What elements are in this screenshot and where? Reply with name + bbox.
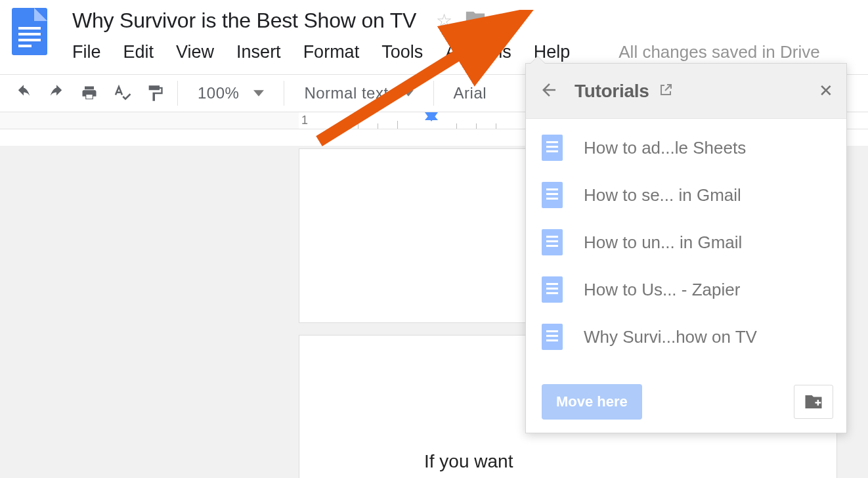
- body-text[interactable]: If you want: [424, 451, 513, 472]
- picker-item[interactable]: How to se... in Gmail: [526, 171, 846, 219]
- zoom-value: 100%: [198, 84, 239, 102]
- star-icon[interactable]: ☆: [436, 10, 452, 32]
- menu-format[interactable]: Format: [303, 42, 360, 62]
- font-select[interactable]: Arial: [442, 79, 499, 108]
- picker-item[interactable]: How to un... in Gmail: [526, 219, 846, 266]
- picker-item[interactable]: How to ad...le Sheets: [526, 124, 846, 171]
- picker-item-label: How to Us... - Zapier: [584, 280, 740, 300]
- zoom-select[interactable]: 100%: [186, 79, 276, 108]
- back-icon[interactable]: [539, 80, 559, 102]
- folder-picker-popup: Tutorials ✕ How to ad...le Sheets How to…: [525, 63, 847, 433]
- document-title[interactable]: Why Survivor is the Best Show on TV: [72, 9, 416, 33]
- toolbar-separator: [284, 81, 284, 106]
- svg-rect-2: [817, 400, 819, 406]
- new-folder-button[interactable]: [794, 385, 833, 419]
- toolbar-separator: [177, 81, 178, 106]
- menu-bar: File Edit View Insert Format Tools Add-o…: [72, 42, 820, 62]
- app-header: Why Survivor is the Best Show on TV ☆ Fi…: [0, 0, 868, 62]
- doc-icon: [542, 324, 563, 350]
- toolbar-separator: [433, 81, 434, 106]
- chevron-down-icon: [403, 84, 414, 102]
- font-value: Arial: [454, 84, 487, 102]
- style-value: Normal text: [304, 84, 388, 102]
- paint-format-button[interactable]: [141, 79, 169, 108]
- close-icon[interactable]: ✕: [819, 81, 833, 101]
- picker-item[interactable]: Why Survi...how on TV: [526, 313, 846, 360]
- spellcheck-button[interactable]: [108, 79, 137, 108]
- left-indent-marker[interactable]: [425, 112, 438, 120]
- picker-item-label: Why Survi...how on TV: [584, 327, 757, 347]
- picker-item-label: How to ad...le Sheets: [584, 138, 746, 158]
- menu-insert[interactable]: Insert: [236, 42, 281, 62]
- picker-item-label: How to se... in Gmail: [584, 185, 741, 206]
- picker-footer: Move here: [526, 376, 846, 433]
- picker-folder-title: Tutorials: [575, 81, 649, 102]
- picker-item[interactable]: How to Us... - Zapier: [526, 266, 846, 313]
- doc-icon: [542, 276, 563, 303]
- paragraph-style-select[interactable]: Normal text: [292, 79, 425, 108]
- menu-view[interactable]: View: [176, 42, 214, 62]
- menu-tools[interactable]: Tools: [381, 42, 423, 62]
- popup-caret: [530, 56, 546, 64]
- picker-list: How to ad...le Sheets How to se... in Gm…: [526, 119, 846, 376]
- doc-icon: [542, 135, 563, 161]
- print-button[interactable]: [75, 79, 104, 108]
- picker-header: Tutorials ✕: [526, 64, 846, 119]
- menu-edit[interactable]: Edit: [123, 42, 154, 62]
- chevron-down-icon: [253, 84, 264, 102]
- redo-button[interactable]: [42, 79, 71, 108]
- open-in-new-icon[interactable]: [658, 82, 674, 100]
- move-here-button[interactable]: Move here: [542, 384, 642, 420]
- docs-logo-icon[interactable]: [12, 8, 47, 55]
- picker-item-label: How to un... in Gmail: [584, 232, 742, 253]
- save-status: All changes saved in Drive: [618, 42, 819, 62]
- doc-icon: [542, 229, 563, 255]
- move-to-folder-icon[interactable]: [464, 8, 487, 33]
- menu-addons[interactable]: Add-ons: [445, 42, 511, 62]
- menu-file[interactable]: File: [72, 42, 101, 62]
- ruler-number: 1: [301, 114, 308, 127]
- undo-button[interactable]: [9, 79, 38, 108]
- doc-icon: [542, 182, 563, 208]
